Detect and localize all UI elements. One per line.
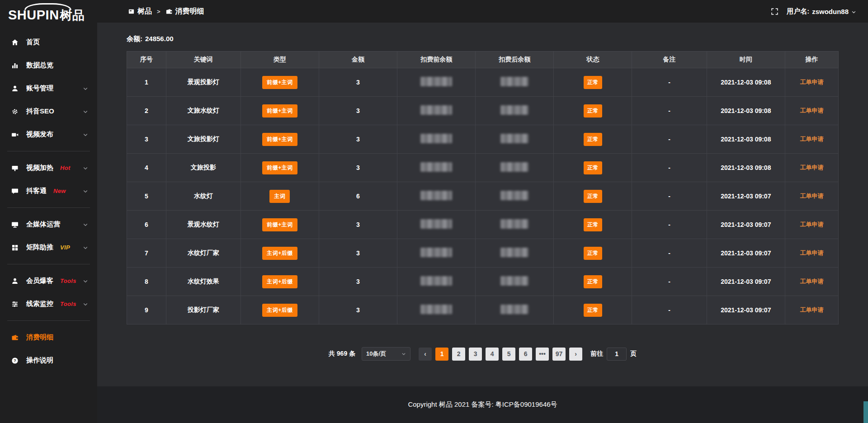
breadcrumb-separator: > xyxy=(156,8,161,15)
work-order-link[interactable]: 工单申请 xyxy=(800,107,823,114)
page-size-select[interactable]: 10条/页 xyxy=(362,347,410,361)
sidebar-item-会员爆客[interactable]: 会员爆客Tools xyxy=(0,269,97,292)
column-header-type: 类型 xyxy=(241,52,319,68)
sidebar-item-线索监控[interactable]: 线索监控Tools xyxy=(0,292,97,315)
work-order-link[interactable]: 工单申请 xyxy=(800,79,823,85)
sidebar-item-抖客通[interactable]: 抖客通New xyxy=(0,179,97,202)
cell-balance_after xyxy=(476,239,554,268)
table-row: 2文旅水纹灯前缀+主词3正常-2021-12-03 09:08工单申请 xyxy=(127,97,839,125)
fullscreen-icon[interactable] xyxy=(771,8,778,15)
work-order-link[interactable]: 工单申请 xyxy=(800,136,823,142)
sidebar-badge-tools: Tools xyxy=(60,277,76,284)
breadcrumb-root[interactable]: 树品 xyxy=(128,7,152,16)
cell-index: 9 xyxy=(127,296,166,324)
cell-type: 前缀+主词 xyxy=(241,125,319,154)
sidebar-divider xyxy=(7,207,90,208)
video-camera-icon xyxy=(11,131,19,138)
cell-index: 1 xyxy=(127,68,166,97)
page-button-2[interactable]: 2 xyxy=(452,348,465,361)
sidebar-item-首页[interactable]: 首页 xyxy=(0,31,97,54)
monitor-icon xyxy=(11,221,19,228)
sidebar-item-数据总览[interactable]: 数据总览 xyxy=(0,54,97,77)
grid-icon xyxy=(11,244,19,251)
sidebar-item-视频发布[interactable]: 视频发布 xyxy=(0,123,97,146)
user-menu[interactable]: 用户名: zswodun88 xyxy=(787,7,856,16)
work-order-link[interactable]: 工单申请 xyxy=(800,221,823,228)
page-button-1[interactable]: 1 xyxy=(435,348,448,361)
username-label: 用户名: xyxy=(787,7,809,16)
cell-balance_before xyxy=(397,268,476,296)
status-badge: 正常 xyxy=(584,161,602,174)
sidebar-nav: 首页数据总览账号管理抖音SEO视频发布视频加热Hot抖客通New全媒体运营矩阵助… xyxy=(0,31,97,372)
brand-logo[interactable]: SHUPIN树品 xyxy=(0,0,97,27)
work-order-link[interactable]: 工单申请 xyxy=(800,306,823,313)
page-button-6[interactable]: 6 xyxy=(519,348,532,361)
work-order-link[interactable]: 工单申请 xyxy=(800,164,823,171)
cell-status: 正常 xyxy=(554,154,632,182)
status-badge: 正常 xyxy=(584,275,602,288)
jump-page-input[interactable] xyxy=(607,348,627,361)
table-row: 3文旅投影灯前缀+主词3正常-2021-12-03 09:08工单申请 xyxy=(127,125,839,154)
sidebar-item-label: 视频发布 xyxy=(26,130,53,139)
sidebar-item-操作说明[interactable]: ?操作说明 xyxy=(0,349,97,372)
cell-balance_after xyxy=(476,97,554,125)
sidebar-item-label: 抖音SEO xyxy=(26,107,54,116)
cell-balance_after xyxy=(476,268,554,296)
prev-page-button[interactable]: ‹ xyxy=(419,348,432,361)
column-header-amount: 金额 xyxy=(319,52,397,68)
masked-value xyxy=(500,162,528,172)
sidebar-item-抖音SEO[interactable]: 抖音SEO xyxy=(0,100,97,123)
table-row: 9投影灯厂家主词+后缀3正常-2021-12-03 09:07工单申请 xyxy=(127,296,839,324)
page-footer: Copyright 树品 2021 备案号: 粤ICP备09019646号 xyxy=(97,386,868,423)
sidebar-item-消费明细[interactable]: 消费明细 xyxy=(0,326,97,349)
status-badge: 正常 xyxy=(584,247,602,260)
cell-amount: 3 xyxy=(319,97,397,125)
page-button-97[interactable]: 97 xyxy=(552,348,566,361)
work-order-link[interactable]: 工单申请 xyxy=(800,278,823,285)
table-row: 7水纹灯厂家主词+后缀3正常-2021-12-03 09:07工单申请 xyxy=(127,239,839,268)
chevron-down-icon xyxy=(83,86,88,91)
header-right: 用户名: zswodun88 xyxy=(771,7,856,16)
table-row: 5水纹灯主词6正常-2021-12-03 09:07工单申请 xyxy=(127,182,839,211)
masked-value xyxy=(500,248,528,257)
cell-amount: 3 xyxy=(319,125,397,154)
cell-amount: 3 xyxy=(319,268,397,296)
sidebar-divider xyxy=(7,320,90,321)
page-button-3[interactable]: 3 xyxy=(469,348,482,361)
sidebar-divider xyxy=(7,264,90,264)
masked-value xyxy=(420,191,452,200)
top-header: 树品 > 消费明细 用户名: zswodun88 xyxy=(97,0,868,23)
cell-type: 主词+后缀 xyxy=(241,296,319,324)
cell-index: 3 xyxy=(127,125,166,154)
breadcrumb-current[interactable]: 消费明细 xyxy=(165,7,204,16)
cell-index: 4 xyxy=(127,154,166,182)
cell-status: 正常 xyxy=(554,182,632,211)
chevron-down-icon xyxy=(83,132,88,137)
sidebar-badge-vip: VIP xyxy=(60,244,70,251)
cell-keyword: 水纹灯厂家 xyxy=(166,239,241,268)
cell-balance_before xyxy=(397,182,476,211)
cell-amount: 3 xyxy=(319,154,397,182)
more-pages-button[interactable]: ••• xyxy=(536,348,549,361)
masked-value xyxy=(420,134,452,143)
work-order-link[interactable]: 工单申请 xyxy=(800,193,823,199)
sidebar-item-账号管理[interactable]: 账号管理 xyxy=(0,77,97,100)
cell-balance_after xyxy=(476,154,554,182)
cell-action: 工单申请 xyxy=(785,268,838,296)
sidebar-item-全媒体运营[interactable]: 全媒体运营 xyxy=(0,213,97,236)
scrollbar-thumb[interactable] xyxy=(863,401,868,423)
cell-time: 2021-12-03 09:07 xyxy=(707,182,785,211)
sidebar-item-视频加热[interactable]: 视频加热Hot xyxy=(0,156,97,179)
page-button-5[interactable]: 5 xyxy=(502,348,515,361)
next-page-button[interactable]: › xyxy=(569,348,582,361)
cell-keyword: 投影灯厂家 xyxy=(166,296,241,324)
cell-balance_before xyxy=(397,239,476,268)
cell-time: 2021-12-03 09:08 xyxy=(707,97,785,125)
work-order-link[interactable]: 工单申请 xyxy=(800,249,823,256)
sidebar-item-矩阵助推[interactable]: 矩阵助推VIP xyxy=(0,236,97,259)
cell-index: 5 xyxy=(127,182,166,211)
svg-text:?: ? xyxy=(14,358,16,363)
masked-value xyxy=(420,219,452,229)
cell-index: 7 xyxy=(127,239,166,268)
page-button-4[interactable]: 4 xyxy=(486,348,499,361)
